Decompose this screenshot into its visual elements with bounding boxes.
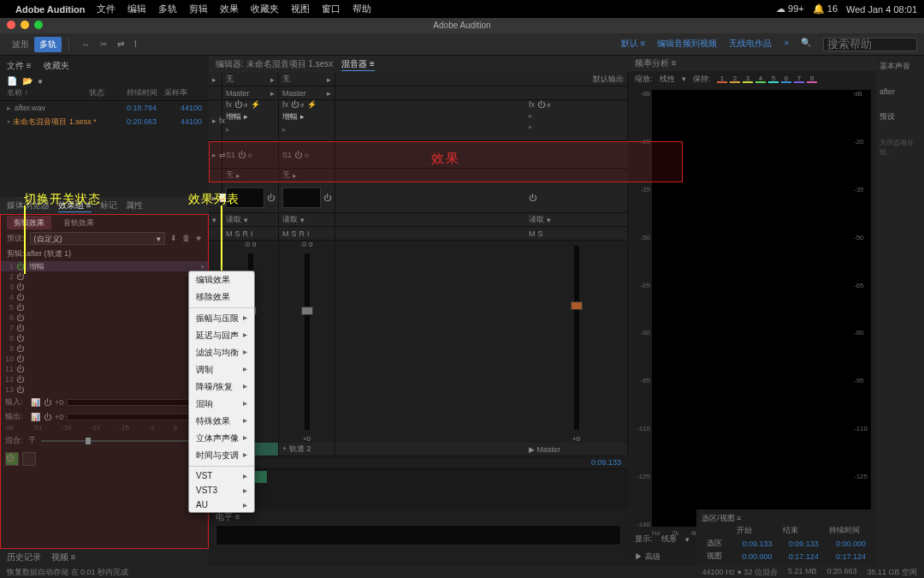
menu-vst3[interactable]: VST3▸	[189, 483, 254, 498]
col-name[interactable]: 名称 ↑	[7, 87, 89, 98]
files-menu[interactable]: 文件 ≡	[7, 60, 32, 72]
col-status[interactable]: 状态	[89, 87, 127, 98]
move-tool-icon[interactable]: ↔	[76, 38, 95, 51]
tab-frequency-analysis[interactable]: 频率分析 ≡	[635, 57, 677, 69]
chevron-right-icon[interactable]: ▸	[212, 116, 216, 125]
strip-input[interactable]: 无	[226, 74, 234, 85]
levels-panel-label[interactable]: 电平 ≡	[209, 509, 628, 525]
hold-slot[interactable]: 6	[781, 74, 791, 83]
annotation-fxlist: 效果列表	[188, 192, 240, 207]
master-track-name[interactable]: ▶ Master	[525, 443, 628, 456]
slip-tool-icon[interactable]: ⇄	[112, 38, 129, 51]
fx-power-icon[interactable]: ⏻	[537, 100, 545, 109]
menu-amplitude[interactable]: 振幅与压限▸	[189, 310, 254, 327]
automation-mode[interactable]: 读取	[226, 214, 241, 225]
link-audio-video[interactable]: 编辑音频到视频	[657, 38, 717, 51]
close-icon[interactable]	[7, 21, 15, 29]
solo-button[interactable]: S	[235, 229, 240, 238]
file-row[interactable]: ▸ after.wav 0:18.794 44100	[0, 101, 209, 115]
menu-edit[interactable]: 编辑	[127, 3, 146, 15]
hold-slot[interactable]: 1	[717, 74, 727, 83]
menu-fav[interactable]: 收藏夹	[251, 3, 279, 15]
open-file-icon[interactable]: 📂	[22, 76, 33, 86]
menu-delay[interactable]: 延迟与回声▸	[189, 327, 254, 344]
record-button[interactable]: R	[243, 229, 249, 238]
menu-help[interactable]: 帮助	[352, 3, 371, 15]
menu-effects[interactable]: 效果	[220, 3, 239, 15]
multitrack-tab[interactable]: 多轨	[34, 37, 62, 52]
tab-video[interactable]: 视频 ≡	[51, 551, 76, 563]
link-radio[interactable]: 无线电作品	[729, 38, 772, 51]
mute-button[interactable]: M	[282, 229, 289, 238]
search-input[interactable]	[823, 38, 917, 51]
razor-tool-icon[interactable]: ✂	[95, 38, 112, 51]
tab-history[interactable]: 历史记录	[7, 551, 41, 563]
search-icon[interactable]: 🔍	[801, 38, 811, 51]
default-output[interactable]: 默认输出	[593, 74, 624, 85]
file-row[interactable]: ▪ 未命名混音项目 1.sesx * 0:20.663 44100	[0, 115, 209, 128]
fx-power-icon[interactable]: ⏻	[291, 100, 299, 109]
menu-au[interactable]: AU▸	[189, 498, 254, 512]
menu-time-pitch[interactable]: 时间与变调▸	[189, 447, 254, 464]
menu-multitrack[interactable]: 多轨	[158, 3, 177, 15]
hold-slot[interactable]: 7	[794, 74, 804, 83]
panel-title[interactable]: 选区/视图 ≡	[702, 513, 871, 524]
hold-slot[interactable]: 3	[743, 74, 753, 83]
chevron-down-icon[interactable]: ▾	[212, 216, 216, 224]
menu-remove-effect[interactable]: 移除效果	[189, 289, 254, 306]
strip-output[interactable]: Master	[282, 89, 306, 98]
tab-markers[interactable]: 标记	[100, 200, 117, 212]
menu-reverb[interactable]: 混响▸	[189, 396, 254, 413]
menu-edit-effect[interactable]: 编辑效果	[189, 271, 254, 289]
record-button[interactable]: R	[299, 229, 305, 238]
menu-special[interactable]: 特殊效果▸	[189, 413, 254, 430]
menu-view[interactable]: 视图	[291, 3, 310, 15]
mix-slider[interactable]	[41, 440, 191, 442]
hold-slot[interactable]: 2	[730, 74, 740, 83]
menu-file[interactable]: 文件	[97, 3, 116, 15]
advanced-toggle[interactable]: ▶ 高级	[635, 551, 660, 563]
menu-filter-eq[interactable]: 滤波与均衡▸	[189, 344, 254, 361]
menu-window[interactable]: 窗口	[322, 3, 341, 15]
menu-noise-reduction[interactable]: 降噪/恢复▸	[189, 378, 254, 396]
eq-thumb[interactable]	[282, 188, 321, 208]
hold-slot[interactable]: 8	[807, 74, 817, 83]
menu-stereo[interactable]: 立体声声像▸	[189, 430, 254, 447]
waveform-tab[interactable]: 波形	[7, 37, 34, 52]
col-sr[interactable]: 采样率	[164, 87, 202, 98]
favorites-label[interactable]: 收藏夹	[44, 60, 69, 72]
scale-dropdown[interactable]: 线性	[660, 74, 675, 85]
window-titlebar: Adobe Audition	[0, 18, 924, 33]
menu-vst[interactable]: VST▸	[189, 468, 254, 483]
new-file-icon[interactable]: 📄	[7, 76, 17, 86]
zoom-icon[interactable]	[34, 21, 43, 29]
minimize-icon[interactable]	[21, 21, 29, 29]
menu-clip[interactable]: 剪辑	[189, 3, 208, 15]
automation-mode[interactable]: 读取	[282, 214, 298, 225]
insert-name[interactable]: 增幅	[226, 112, 241, 121]
hold-slot[interactable]: 4	[755, 74, 766, 83]
record-icon[interactable]: ●	[38, 76, 43, 86]
mute-button[interactable]: M	[529, 229, 536, 238]
solo-button[interactable]: S	[538, 229, 543, 238]
fx-power-icon[interactable]: ⏻	[234, 100, 242, 109]
strip-input[interactable]: 无	[282, 74, 290, 85]
tab-properties[interactable]: 属性	[126, 200, 143, 212]
solo-button[interactable]: S	[292, 229, 297, 238]
mixer-tab[interactable]: 混音器 ≡	[341, 58, 375, 71]
hold-slot[interactable]: 5	[768, 74, 779, 83]
app-name[interactable]: Adobe Audition	[15, 4, 85, 15]
track-name[interactable]: + 轨道 2	[279, 443, 335, 456]
fader[interactable]	[574, 246, 579, 430]
more-icon[interactable]: »	[784, 38, 789, 51]
col-duration[interactable]: 持续时间	[127, 87, 164, 98]
fader[interactable]	[305, 253, 310, 430]
insert-name[interactable]: 增幅	[282, 112, 298, 121]
menu-modulation[interactable]: 调制▸	[189, 361, 254, 378]
editor-tab[interactable]: 编辑器: 未命名混音项目 1.sesx	[216, 58, 333, 70]
strip-output[interactable]: Master	[226, 89, 250, 98]
text-tool-icon[interactable]: I	[129, 38, 142, 51]
workspace-default[interactable]: 默认 ≡	[621, 38, 646, 51]
chevron-right-icon[interactable]: ▸	[212, 75, 216, 84]
mute-button[interactable]: M	[226, 229, 233, 238]
